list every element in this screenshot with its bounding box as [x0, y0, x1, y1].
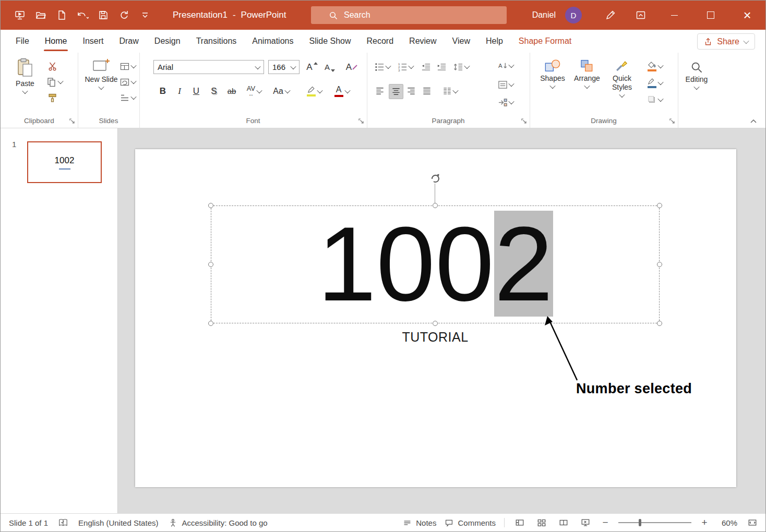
- text-highlight-button[interactable]: [302, 83, 326, 99]
- zoom-slider[interactable]: [618, 522, 691, 523]
- copy-button[interactable]: [44, 76, 65, 88]
- account-name[interactable]: Daniel: [532, 10, 556, 20]
- change-case-button[interactable]: Aa: [270, 84, 293, 98]
- slide-thumbnail[interactable]: 1002: [27, 141, 102, 183]
- shapes-button[interactable]: Shapes: [538, 59, 567, 89]
- zoom-level[interactable]: 60%: [717, 518, 737, 527]
- normal-view-button[interactable]: [513, 516, 526, 529]
- undo-button[interactable]: [74, 6, 91, 24]
- subtitle-text[interactable]: TUTORIAL: [211, 330, 660, 345]
- tab-transitions[interactable]: Transitions: [188, 30, 245, 53]
- new-file-icon[interactable]: [53, 6, 70, 24]
- font-name-combo[interactable]: Arial: [153, 60, 264, 74]
- character-spacing-button[interactable]: AV↔: [243, 84, 266, 98]
- format-painter-button[interactable]: [45, 91, 59, 104]
- start-slideshow-icon[interactable]: [11, 6, 29, 24]
- editing-button[interactable]: Editing: [681, 61, 712, 90]
- avatar[interactable]: D: [565, 7, 582, 23]
- customize-toolbar-icon[interactable]: [136, 6, 154, 24]
- shape-fill-button[interactable]: [642, 59, 667, 74]
- tab-shape-format[interactable]: Shape Format: [511, 30, 579, 53]
- notes-toggle[interactable]: Notes: [403, 518, 436, 527]
- line-spacing-button[interactable]: [451, 60, 471, 74]
- inking-icon[interactable]: [595, 1, 626, 30]
- bold-button[interactable]: B: [156, 84, 170, 98]
- text-shadow-button[interactable]: S: [207, 84, 221, 98]
- drawing-dialog-launcher-icon[interactable]: [669, 118, 675, 124]
- decrease-indent-button[interactable]: [419, 60, 433, 74]
- tab-animations[interactable]: Animations: [244, 30, 301, 53]
- font-size-combo[interactable]: 166: [268, 60, 300, 74]
- shape-effects-button[interactable]: [642, 92, 667, 107]
- language-indicator[interactable]: English (United States): [78, 518, 158, 527]
- share-button[interactable]: Share: [697, 33, 755, 50]
- ribbon-display-options-icon[interactable]: [626, 1, 656, 30]
- open-file-icon[interactable]: [32, 6, 50, 24]
- tab-view[interactable]: View: [445, 30, 478, 53]
- arrange-button[interactable]: Arrange: [571, 59, 603, 89]
- reading-view-button[interactable]: [557, 516, 570, 529]
- quick-styles-button[interactable]: Quick Styles: [606, 59, 638, 98]
- slide-canvas[interactable]: 1002 TUTORIAL Number selected: [135, 149, 736, 487]
- layout-button[interactable]: [118, 60, 137, 72]
- increase-indent-button[interactable]: [435, 60, 448, 74]
- tab-review[interactable]: Review: [401, 30, 444, 53]
- comments-toggle[interactable]: Comments: [445, 518, 496, 527]
- fit-slide-to-window-button[interactable]: [746, 516, 759, 529]
- maximize-button[interactable]: [692, 1, 729, 30]
- redo-icon[interactable]: [115, 6, 133, 24]
- cut-button[interactable]: [45, 60, 59, 72]
- reset-button[interactable]: [118, 76, 137, 88]
- clear-formatting-button[interactable]: A: [344, 60, 360, 74]
- align-center-button[interactable]: [389, 84, 403, 99]
- search-box[interactable]: Search: [311, 6, 507, 24]
- align-left-button[interactable]: [373, 84, 387, 98]
- highlight-chevron-icon: [317, 87, 322, 93]
- paste-button[interactable]: Paste: [10, 58, 40, 94]
- tab-home[interactable]: Home: [37, 30, 75, 53]
- new-slide-button[interactable]: New Slide: [84, 58, 118, 90]
- spellcheck-icon[interactable]: [58, 518, 68, 527]
- shrink-font-button[interactable]: A: [322, 60, 338, 74]
- grow-font-button[interactable]: A: [304, 60, 320, 74]
- clipboard-dialog-launcher-icon[interactable]: [69, 118, 75, 124]
- title-textbox-text[interactable]: 1002: [211, 204, 660, 322]
- font-dialog-launcher-icon[interactable]: [358, 118, 364, 124]
- zoom-slider-thumb[interactable]: [639, 519, 641, 526]
- paragraph-dialog-launcher-icon[interactable]: [521, 118, 527, 124]
- close-button[interactable]: ×: [729, 1, 765, 30]
- columns-button[interactable]: [440, 84, 460, 98]
- save-icon[interactable]: [94, 6, 112, 24]
- tab-draw[interactable]: Draw: [111, 30, 146, 53]
- align-text-button[interactable]: [494, 78, 517, 91]
- slide-show-button[interactable]: [579, 516, 592, 529]
- underline-button[interactable]: U: [189, 84, 203, 98]
- tab-record[interactable]: Record: [359, 30, 402, 53]
- justify-button[interactable]: [420, 84, 434, 98]
- numbering-button[interactable]: 123: [396, 60, 415, 74]
- collapse-ribbon-icon[interactable]: [750, 118, 757, 124]
- zoom-out-button[interactable]: −: [601, 517, 610, 528]
- tab-file[interactable]: File: [8, 30, 37, 53]
- bullets-button[interactable]: [373, 60, 392, 74]
- align-right-button[interactable]: [404, 84, 418, 98]
- tab-slide-show[interactable]: Slide Show: [301, 30, 358, 53]
- slide-sorter-view-button[interactable]: [535, 516, 548, 529]
- tab-design[interactable]: Design: [147, 30, 188, 53]
- tab-insert[interactable]: Insert: [75, 30, 111, 53]
- section-button[interactable]: [118, 91, 137, 104]
- shape-outline-button[interactable]: [642, 76, 667, 90]
- minimize-button[interactable]: [656, 1, 692, 30]
- font-color-button[interactable]: A: [330, 83, 353, 99]
- rotation-handle[interactable]: [429, 172, 441, 185]
- convert-smartart-button[interactable]: [494, 95, 517, 109]
- text-direction-button[interactable]: A: [494, 59, 517, 72]
- text-direction-chevron-icon: [508, 62, 514, 68]
- zoom-in-button[interactable]: +: [700, 517, 709, 528]
- italic-button[interactable]: I: [173, 84, 186, 98]
- strikethrough-button[interactable]: ab: [224, 84, 240, 98]
- tab-help[interactable]: Help: [478, 30, 511, 53]
- accessibility-status[interactable]: Accessibility: Good to go: [169, 518, 267, 527]
- shape-outline-icon: [648, 78, 656, 85]
- group-font: Arial 166 A A A B I U S ab AV↔: [139, 53, 367, 128]
